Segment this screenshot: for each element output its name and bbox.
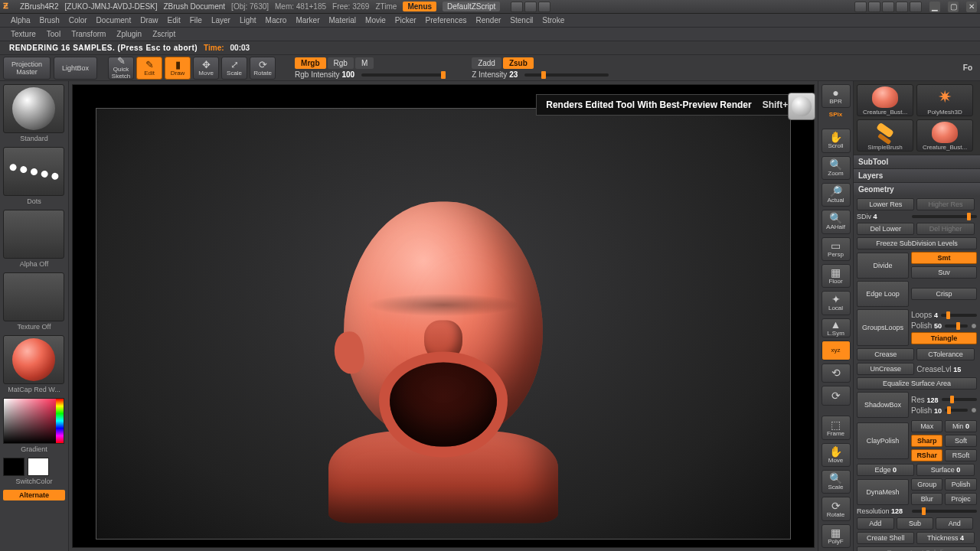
menu-item[interactable]: Document [96, 16, 132, 24]
material-swatch[interactable] [3, 335, 64, 384]
projection-master-button[interactable]: Projection Master [3, 57, 51, 80]
texture-swatch[interactable] [3, 272, 64, 321]
menu-item[interactable]: Draw [140, 16, 158, 24]
menu-item[interactable]: Light [240, 16, 256, 24]
triangle-toggle[interactable]: Triangle [911, 332, 977, 344]
canvas[interactable] [96, 108, 791, 540]
menu-item[interactable]: Macro [266, 16, 287, 24]
zsub-toggle[interactable]: Zsub [503, 57, 534, 69]
spix-label[interactable]: SPix [829, 111, 842, 118]
tool-thumb[interactable]: Creature_Bust... [857, 84, 913, 116]
menu-item[interactable]: Alpha [11, 16, 31, 24]
menu-item[interactable]: Zplugin [116, 30, 142, 38]
edgeloop-button[interactable]: Edge Loop [857, 281, 909, 307]
min-button[interactable]: Min 0 [945, 420, 976, 432]
menu-item[interactable]: Material [329, 16, 357, 24]
reconstruct-button[interactable]: Reconstruct Subdiv [857, 546, 977, 551]
add-button[interactable]: Add [857, 517, 894, 530]
menu-item[interactable]: Tool [47, 30, 60, 38]
loop-button-2[interactable]: ⟳ [822, 386, 851, 405]
floor-button[interactable]: ▦Floor [822, 264, 851, 288]
thickness-button[interactable]: Thickness 4 [916, 532, 974, 544]
resolution-slider[interactable] [912, 510, 977, 513]
polish-slider[interactable] [945, 324, 968, 328]
switch-color-button[interactable]: SwitchColor [3, 478, 65, 485]
group-toggle[interactable]: Group [911, 478, 942, 491]
close-button[interactable]: ✕ [966, 2, 977, 12]
menu-item[interactable]: Zscript [152, 30, 175, 38]
res-slider[interactable] [942, 398, 977, 401]
menu-item[interactable]: Marker [296, 16, 319, 24]
lightbox-button[interactable]: LightBox [54, 57, 97, 80]
rsharp-button[interactable]: RShar [911, 449, 942, 461]
quicksketch-button[interactable]: ✎QuickSketch [108, 57, 134, 80]
tray-icon[interactable] [538, 2, 550, 12]
local-button[interactable]: ✦Local [822, 291, 851, 315]
and-button[interactable]: And [936, 517, 973, 530]
equalize-surface-button[interactable]: Equalize Surface Area [857, 377, 977, 390]
blur-toggle[interactable]: Blur [911, 493, 942, 505]
menu-item[interactable]: Layer [211, 16, 230, 24]
actual-button[interactable]: 🔎Actual [822, 183, 851, 207]
alternate-button[interactable]: Alternate [3, 490, 65, 500]
menu-item[interactable]: Picker [395, 16, 416, 24]
menu-item[interactable]: Stroke [542, 16, 564, 24]
rgb-toggle[interactable]: Rgb [328, 57, 354, 69]
polish2-slider[interactable] [945, 409, 968, 412]
z-intensity-slider[interactable] [524, 73, 609, 77]
divide-button[interactable]: Divide [857, 253, 909, 279]
polish-mode-dot[interactable] [971, 323, 977, 329]
menu-item[interactable]: Render [476, 16, 501, 24]
sdiv-slider[interactable] [912, 215, 977, 218]
move-view-button[interactable]: ✋Move [822, 443, 851, 467]
polish-d-toggle[interactable]: Polish [945, 478, 976, 491]
menu-item[interactable]: Texture [11, 30, 36, 38]
scale-mode-button[interactable]: ⤢Scale [221, 57, 247, 80]
geometry-header[interactable]: Geometry [854, 183, 980, 196]
zoom-button[interactable]: 🔍Zoom [822, 156, 851, 180]
polyf-button[interactable]: ▦PolyF [822, 524, 851, 548]
lock-icon[interactable] [910, 2, 922, 12]
bpr-button[interactable]: ●BPR [822, 84, 851, 108]
stroke-swatch[interactable] [3, 147, 64, 196]
menu-item[interactable]: Brush [40, 16, 60, 24]
tool-thumb[interactable]: SimpleBrush [857, 119, 913, 152]
sharp-button[interactable]: Sharp [911, 435, 942, 447]
rotate-mode-button[interactable]: ⟳Rotate [250, 57, 276, 80]
viewport[interactable]: Renders Edited Tool With Best-Preview Re… [72, 84, 815, 548]
sub-button[interactable]: Sub [897, 517, 934, 530]
doc-icon[interactable] [868, 2, 880, 12]
aahalf-button[interactable]: 🔍AAHalf [822, 210, 851, 233]
menu-item[interactable]: Movie [365, 16, 386, 24]
crease-button[interactable]: Crease [857, 348, 914, 360]
xyz-button[interactable]: xyz [822, 341, 851, 360]
shadowbox-button[interactable]: ShadowBox [857, 392, 909, 418]
dynamesh-button[interactable]: DynaMesh [857, 479, 909, 505]
persp-button[interactable]: ▭Persp [822, 237, 851, 261]
uncrease-button[interactable]: UnCrease [857, 363, 914, 375]
rsoft-button[interactable]: RSoft [945, 449, 976, 461]
m-toggle[interactable]: M [355, 57, 374, 69]
scroll-button[interactable]: ✋Scroll [822, 129, 851, 152]
tool-thumb[interactable]: PolyMesh3D [916, 84, 973, 116]
default-zscript-button[interactable]: DefaultZScript [443, 2, 500, 11]
doc-icon[interactable] [896, 2, 908, 12]
subtool-header[interactable]: SubTool [854, 155, 980, 168]
soft-button[interactable]: Soft [945, 435, 976, 447]
zadd-toggle[interactable]: Zadd [472, 57, 501, 69]
alpha-swatch[interactable] [3, 210, 64, 259]
higher-res-button[interactable]: Higher Res [916, 198, 974, 210]
freeze-subdiv-button[interactable]: Freeze SubDivision Levels [857, 237, 977, 249]
polish2-mode-dot[interactable] [971, 407, 977, 413]
del-lower-button[interactable]: Del Lower [857, 223, 914, 235]
edge-button[interactable]: Edge 0 [857, 464, 914, 476]
doc-icon[interactable] [882, 2, 894, 12]
menu-item[interactable]: Edit [168, 16, 181, 24]
crisp-toggle[interactable]: Crisp [911, 288, 977, 300]
smt-toggle[interactable]: Smt [911, 252, 977, 264]
lower-res-button[interactable]: Lower Res [857, 198, 914, 210]
maximize-button[interactable]: ▢ [948, 2, 959, 12]
max-button[interactable]: Max [911, 420, 942, 432]
doc-icon[interactable] [854, 2, 867, 12]
primary-color-chip[interactable] [28, 458, 49, 476]
